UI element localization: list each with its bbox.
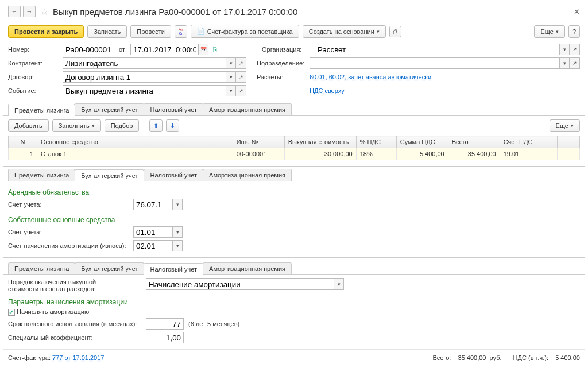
coef-input[interactable]: [146, 332, 184, 343]
post-button[interactable]: Провести: [130, 25, 171, 38]
number-input[interactable]: [63, 44, 114, 55]
tab2-accounting[interactable]: Бухгалтерский учет: [75, 169, 144, 181]
tab-tax[interactable]: Налоговый учет: [144, 103, 203, 115]
tab3-leasing[interactable]: Предметы лизинга: [8, 262, 75, 274]
post-and-close-button[interactable]: Провести и закрыть: [8, 25, 84, 38]
tax-panel: Предметы лизинга Бухгалтерский учет Нало…: [3, 260, 585, 366]
subdiv-label: Подразделение:: [257, 60, 310, 67]
forward-button[interactable]: →: [23, 6, 36, 17]
tab-accounting[interactable]: Бухгалтерский учет: [75, 103, 144, 115]
event-label: Событие:: [8, 87, 63, 94]
tabs-3: Предметы лизинга Бухгалтерский учет Нало…: [3, 260, 585, 275]
more-button[interactable]: Еще: [534, 25, 564, 38]
acct1-dd[interactable]: ▾: [172, 199, 183, 210]
nds-link[interactable]: НДС сверху: [310, 87, 345, 94]
header: ← → ☆ Выкуп предметов лизинга Ра00-00000…: [3, 2, 585, 21]
help-button[interactable]: ?: [568, 25, 580, 38]
incl-dd[interactable]: ▾: [334, 278, 344, 290]
cell-inv: 00-000001: [233, 148, 284, 160]
footer: Счет-фактура: 777 от 17.01.2017 Всего: 3…: [3, 349, 585, 366]
amortacct-input[interactable]: [133, 240, 172, 251]
event-open-icon[interactable]: ↗: [236, 85, 246, 96]
footer-invoice-label: Счет-фактура:: [8, 354, 51, 361]
extra-icon-button[interactable]: ⎙: [389, 26, 401, 37]
footer-invoice-link[interactable]: 777 от 17.01.2017: [52, 354, 104, 361]
section-amort-params: Параметры начисления амортизации: [8, 295, 580, 308]
coef-label: Специальный коэффициент:: [8, 334, 146, 341]
contragent-open-icon[interactable]: ↗: [236, 57, 246, 69]
tabs-2: Предметы лизинга Бухгалтерский учет Нало…: [3, 167, 585, 181]
contragent-label: Контрагент:: [8, 60, 63, 67]
amortacct-dd[interactable]: ▾: [172, 240, 183, 251]
th-asset: Основное средство: [37, 136, 233, 148]
back-button[interactable]: ←: [8, 6, 21, 17]
org-input[interactable]: [315, 44, 559, 55]
at-kt-button[interactable]: АтКт: [175, 25, 187, 38]
window-title: Выкуп предметов лизинга Ра00-000001 от 1…: [53, 7, 297, 17]
sub-toolbar: Добавить Заполнить Подбор ⬆ ⬇ Еще: [8, 119, 580, 132]
tab2-tax[interactable]: Налоговый учет: [144, 169, 203, 181]
create-on-button[interactable]: Создать на основании: [303, 25, 386, 38]
contract-open-icon[interactable]: ↗: [236, 71, 246, 83]
calc-link[interactable]: 60.01, 60.02, зачет аванса автоматически: [310, 73, 431, 80]
org-open-icon[interactable]: ↗: [570, 44, 580, 55]
th-empty: [557, 136, 579, 148]
term-hint: (6 лет 5 месяцев): [188, 320, 239, 327]
tabs-1: Предметы лизинга Бухгалтерский учет Нало…: [3, 101, 585, 116]
accounting-panel: Предметы лизинга Бухгалтерский учет Нало…: [3, 166, 585, 258]
contract-input[interactable]: [63, 71, 226, 83]
cell-asset: Станок 1: [37, 148, 233, 160]
sub-more-button[interactable]: Еще: [550, 119, 580, 132]
favorite-icon[interactable]: ☆: [40, 6, 48, 17]
org-dd-icon[interactable]: ▾: [559, 44, 570, 55]
tab3-accounting[interactable]: Бухгалтерский учет: [75, 262, 144, 274]
add-button[interactable]: Добавить: [8, 119, 49, 132]
date-input[interactable]: [130, 44, 198, 55]
table-row[interactable]: 1 Станок 1 00-000001 30 000,00 18% 5 400…: [9, 148, 580, 160]
event-dd-icon[interactable]: ▾: [226, 85, 236, 96]
tab2-leasing[interactable]: Предметы лизинга: [8, 169, 75, 181]
calendar-icon[interactable]: 📅: [198, 44, 208, 55]
incl-input[interactable]: [146, 278, 334, 290]
subdiv-input[interactable]: [310, 57, 559, 69]
write-button[interactable]: Записать: [87, 25, 127, 38]
subdiv-dd-icon[interactable]: ▾: [559, 57, 570, 69]
select-button[interactable]: Подбор: [105, 119, 140, 132]
contragent-dd-icon[interactable]: ▾: [226, 57, 236, 69]
cell-buyout: 30 000,00: [284, 148, 356, 160]
term-label: Срок полезного использования (в месяцах)…: [8, 320, 146, 327]
th-buyout: Выкупная стоимость: [284, 136, 356, 148]
cell-ndsacc: 19.01: [500, 148, 557, 160]
th-total: Всего: [448, 136, 500, 148]
leasing-table: N Основное средство Инв. № Выкупная стои…: [8, 136, 580, 160]
cell-ndssum: 5 400,00: [396, 148, 448, 160]
calc-amort-checkbox-wrap[interactable]: ✓ Начислять амортизацию: [8, 308, 89, 316]
from-label: от:: [114, 46, 130, 53]
tab-leasing-items[interactable]: Предметы лизинга: [8, 104, 75, 116]
cell-empty: [557, 148, 579, 160]
th-ndspct: % НДС: [356, 136, 396, 148]
tab3-tax[interactable]: Налоговый учет: [144, 263, 203, 275]
move-up-button[interactable]: ⬆: [149, 119, 163, 132]
contract-label: Договор:: [8, 73, 63, 80]
tab2-amort[interactable]: Амортизационная премия: [203, 169, 292, 181]
tab-amort-bonus[interactable]: Амортизационная премия: [203, 103, 292, 115]
contract-dd-icon[interactable]: ▾: [226, 71, 236, 83]
move-down-button[interactable]: ⬇: [166, 119, 179, 132]
th-ndssum: Сумма НДС: [396, 136, 448, 148]
supplier-invoice-button[interactable]: 📄 Счет-фактура за поставщика: [191, 25, 299, 38]
acct2-input[interactable]: [133, 226, 172, 238]
main-toolbar: Провести и закрыть Записать Провести АтК…: [3, 21, 585, 41]
acct2-dd[interactable]: ▾: [172, 226, 183, 238]
calc-label: Расчеты:: [257, 73, 310, 80]
acct1-input[interactable]: [133, 199, 172, 210]
tab3-amort[interactable]: Амортизационная премия: [203, 262, 292, 274]
event-input[interactable]: [63, 85, 226, 96]
contragent-input[interactable]: [63, 57, 226, 69]
section-own: Собственные основные средства: [8, 212, 580, 226]
term-input[interactable]: [146, 318, 184, 330]
close-icon[interactable]: ✕: [574, 7, 580, 16]
th-ndsacc: Счет НДС: [500, 136, 557, 148]
subdiv-open-icon[interactable]: ↗: [570, 57, 580, 69]
fill-button[interactable]: Заполнить: [52, 119, 101, 132]
